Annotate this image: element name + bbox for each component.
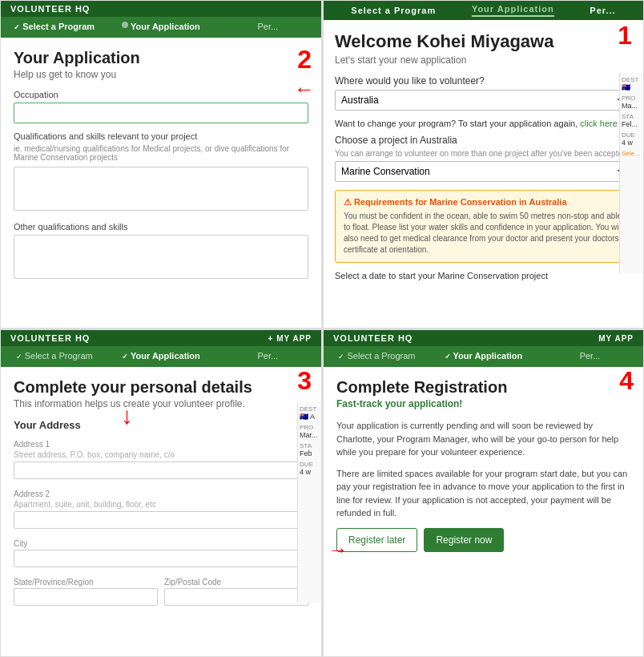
header-top-3: VOLUNTEER HQ + MY APP bbox=[1, 330, 321, 346]
check-select-3: ✓ bbox=[16, 353, 22, 361]
address1-label: Address 1 bbox=[14, 440, 50, 449]
address1-input[interactable] bbox=[14, 462, 308, 479]
panel-personal-details: VOLUNTEER HQ + MY APP ✓ Select a Program… bbox=[0, 328, 322, 657]
zip-col: Zip/Postal Code bbox=[164, 574, 308, 612]
step-label-per-4: Per... bbox=[580, 351, 601, 361]
qualifications-help: ie. medical/nursing qualifications for M… bbox=[14, 144, 308, 162]
step-select-4[interactable]: ✓ Select a Program bbox=[324, 351, 430, 361]
header-top-2: Select a Program Your Application Per... bbox=[324, 1, 643, 20]
start-sel-p2: Sele... bbox=[622, 150, 642, 157]
register-now-button[interactable]: Register now bbox=[424, 528, 504, 552]
volunteer-hq-logo-3: VOLUNTEER HQ bbox=[10, 333, 90, 343]
change-program-label: Want to change your program? To start yo… bbox=[335, 119, 578, 128]
qualifications-textarea[interactable] bbox=[14, 167, 308, 211]
dest-label-p2: DEST bbox=[622, 76, 642, 83]
header-bar-3: VOLUNTEER HQ + MY APP ✓ Select a Program… bbox=[1, 330, 321, 367]
tab-personal-2[interactable]: Per... bbox=[590, 6, 615, 15]
zip-label: Zip/Postal Code bbox=[164, 578, 221, 586]
address2-help: Apartment, suite, unit, building, floor,… bbox=[14, 500, 308, 509]
step-label-app-4: Your Application bbox=[453, 351, 523, 361]
my-app-4[interactable]: MY APP bbox=[598, 334, 634, 343]
address2-label: Address 2 bbox=[14, 490, 50, 498]
panel-1-title: Your Application bbox=[14, 49, 308, 67]
volunteer-hq-logo: VOLUNTEER HQ bbox=[10, 4, 90, 14]
zip-input[interactable] bbox=[164, 588, 308, 606]
city-label: City bbox=[14, 539, 27, 548]
address1-help: Street address, P.O. box, company name, … bbox=[14, 450, 308, 459]
start-value-p2: Fel... bbox=[622, 120, 642, 128]
arrow-right-4: → bbox=[328, 538, 348, 561]
other-qual-label: Other qualifications and skills bbox=[14, 222, 308, 232]
panel-3-subtitle: This information helps us create your vo… bbox=[14, 398, 308, 409]
header-top-1: VOLUNTEER HQ bbox=[1, 1, 321, 17]
step-app-4[interactable]: ✓ Your Application bbox=[430, 351, 537, 361]
step-label-sel-4: Select a Program bbox=[348, 351, 416, 361]
prog-label-p2: PRO bbox=[622, 95, 642, 102]
step-label-sel-3: Select a Program bbox=[25, 351, 93, 361]
choose-label: Choose a project in Australia bbox=[335, 135, 632, 146]
right-sidebar-p3: DEST 🇦🇺 A PRO Mar... STA Feb DUE 4 w bbox=[297, 402, 321, 603]
panel-2-content: Welcome Kohei Miyagawa Let's start your … bbox=[324, 20, 643, 295]
my-app-3[interactable]: + MY APP bbox=[268, 334, 312, 343]
city-input[interactable] bbox=[14, 550, 308, 567]
volunteer-hq-logo-4: VOLUNTEER HQ bbox=[333, 333, 413, 343]
step-check-1: ✓ bbox=[14, 23, 20, 31]
step-personal-1[interactable]: Per... bbox=[215, 22, 321, 31]
header-top-4: VOLUNTEER HQ MY APP bbox=[324, 330, 643, 346]
panel-1-subtitle: Help us get to know you bbox=[14, 69, 308, 80]
other-qual-textarea[interactable] bbox=[14, 235, 308, 279]
occupation-input[interactable] bbox=[14, 103, 308, 123]
requirements-text: You must be confident in the ocean, able… bbox=[344, 211, 623, 256]
arrow-down-3: ↓ bbox=[121, 402, 133, 429]
panel-1-content: Your Application Help us get to know you… bbox=[1, 38, 321, 301]
address2-input[interactable] bbox=[14, 511, 308, 529]
step-dot-1 bbox=[122, 22, 128, 28]
qualifications-label: Qualifications and skills relevant to yo… bbox=[14, 131, 308, 141]
step-select-program-1[interactable]: ✓ Select a Program bbox=[1, 22, 107, 31]
number-1-badge: 1 bbox=[618, 21, 632, 50]
number-2-badge: 2 bbox=[297, 45, 312, 75]
check-app-3: ✓ bbox=[122, 353, 128, 361]
step-per-3[interactable]: Per... bbox=[215, 351, 321, 361]
panel-4-subtitle: Fast-track your application! bbox=[336, 398, 630, 409]
panel-4-content: Complete Registration Fast-track your ap… bbox=[324, 367, 643, 563]
tab-your-application-2[interactable]: Your Application bbox=[472, 4, 554, 17]
panel-your-application: VOLUNTEER HQ ✓ Select a Program Your App… bbox=[0, 0, 322, 328]
volunteer-select[interactable]: Australia bbox=[335, 90, 632, 111]
project-select[interactable]: Marine Conservation bbox=[335, 161, 632, 182]
panel-welcome: Select a Program Your Application Per...… bbox=[322, 0, 644, 328]
number-3-badge: 3 bbox=[297, 366, 312, 396]
number-4-badge: 4 bbox=[619, 366, 634, 396]
state-zip-row: State/Province/Region Zip/Postal Code bbox=[14, 574, 308, 612]
panel-3-content: Complete your personal details This info… bbox=[1, 367, 321, 623]
choose-help: You can arrange to volunteer on more tha… bbox=[335, 149, 632, 158]
state-col: State/Province/Region bbox=[14, 574, 158, 612]
reg-body-1: Your application is currently pending an… bbox=[336, 419, 630, 459]
change-program-text: Want to change your program? To start yo… bbox=[335, 119, 632, 128]
welcome-sub: Let's start your new application bbox=[335, 54, 632, 66]
step-select-3[interactable]: ✓ Select a Program bbox=[1, 351, 107, 361]
right-sidebar-p2: DEST 🇦🇺 PRO Ma... STA Fel... DUE 4 w Sel… bbox=[619, 73, 643, 273]
panel-registration: VOLUNTEER HQ MY APP ✓ Select a Program ✓… bbox=[322, 328, 644, 657]
arrow-right-annotation: ← bbox=[294, 77, 315, 102]
step-label-select: Select a Program bbox=[22, 22, 95, 31]
welcome-title: Welcome Kohei Miyagawa bbox=[335, 31, 632, 52]
step-per-4[interactable]: Per... bbox=[537, 351, 643, 361]
requirements-title: ⚠ Requirements for Marine Conservation i… bbox=[344, 197, 623, 208]
requirements-box: ⚠ Requirements for Marine Conservation i… bbox=[335, 190, 632, 263]
due-value-p2: 4 w bbox=[622, 139, 642, 147]
step-your-application-1[interactable]: Your Application bbox=[107, 22, 214, 31]
state-input[interactable] bbox=[14, 588, 158, 606]
tab-select-program-2[interactable]: Select a Program bbox=[351, 6, 436, 15]
dest-value-p2: 🇦🇺 bbox=[622, 83, 642, 91]
header-bar-4: VOLUNTEER HQ MY APP ✓ Select a Program ✓… bbox=[324, 330, 643, 367]
panel-4-title: Complete Registration bbox=[336, 378, 630, 397]
address-section-label: Your Address bbox=[14, 419, 308, 431]
start-label-p2: STA bbox=[622, 113, 642, 120]
step-app-3[interactable]: ✓ Your Application bbox=[107, 351, 214, 361]
due-label-p2: DUE bbox=[622, 131, 642, 139]
reg-body-2: There are limited spaces available for y… bbox=[336, 467, 630, 520]
registration-buttons: Register later Register now bbox=[336, 528, 630, 552]
steps-bar-4: ✓ Select a Program ✓ Your Application Pe… bbox=[324, 346, 643, 367]
register-later-button[interactable]: Register later bbox=[336, 528, 417, 552]
